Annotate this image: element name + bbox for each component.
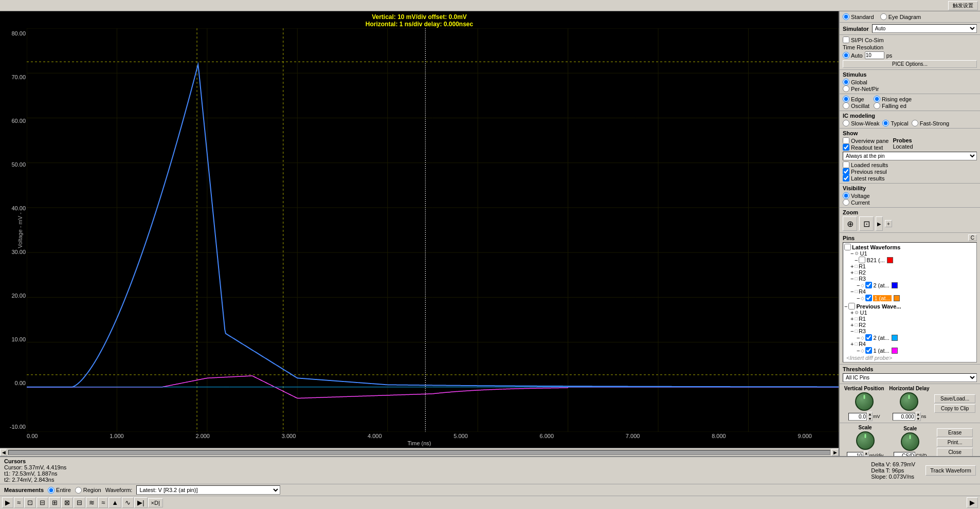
tb-btn-11[interactable]: ∿ [122,497,134,508]
falling-radio-label[interactable]: Falling ed [874,102,912,109]
b21-checkbox[interactable] [859,257,865,263]
previous-checkbox-label[interactable]: Previous resul [843,168,977,175]
hd-up-btn[interactable]: ▲ [916,412,921,416]
sipi-checkbox-label[interactable]: SI/PI Co-Sim [843,37,977,43]
tb-btn-10[interactable]: ▲ [108,497,121,508]
horizontal-delay-knob[interactable] [900,392,918,411]
per-net-radio[interactable] [843,85,849,92]
loaded-checkbox[interactable] [843,161,849,168]
horizontal-delay-input[interactable] [893,413,915,421]
thresholds-select[interactable]: All IC Pins [843,373,977,382]
close-btn[interactable]: Close [937,448,973,456]
auto-radio-label[interactable]: Auto [843,52,863,59]
save-load-btn[interactable]: Save/Load... [934,394,975,403]
global-radio[interactable] [843,79,849,85]
zoom-arrow-btn[interactable]: ▶ [876,216,883,231]
vertical-position-knob[interactable] [855,392,874,411]
scroll-left-btn[interactable]: ◀ [0,449,7,456]
overview-pane-checkbox[interactable] [843,137,849,144]
vertical-position-input[interactable] [848,413,867,421]
tb-btn-3[interactable]: ⊡ [24,497,36,508]
scale-h-input[interactable] [894,452,915,457]
tb-btn-7[interactable]: ⊟ [74,497,85,508]
r3-2-checkbox[interactable] [865,282,872,288]
tb-btn-right[interactable]: ▶ [967,497,978,508]
scroll-right-btn[interactable]: ▶ [831,449,839,456]
insert-diff-probe[interactable]: <Insert diff probe> [844,355,975,361]
region-radio[interactable] [75,487,82,494]
time-res-value[interactable] [865,51,884,59]
current-radio[interactable] [843,199,849,206]
prev-r4-1-checkbox[interactable] [865,347,872,354]
edge-radio-label[interactable]: Edge [843,96,869,102]
eye-diagram-radio-label[interactable]: Eye Diagram [880,13,921,20]
region-radio-label[interactable]: Region [75,487,101,494]
per-net-radio-label[interactable]: Per-Net/Pir [843,85,977,92]
entire-radio[interactable] [48,487,55,494]
prev-waveforms-checkbox[interactable] [848,303,855,310]
print-btn[interactable]: Print... [937,438,973,447]
current-radio-label[interactable]: Current [843,199,977,206]
scale-h-knob[interactable] [901,432,919,451]
global-radio-label[interactable]: Global [843,79,977,85]
h-scrollbar[interactable]: ◀ ▶ [0,448,839,456]
scope-canvas[interactable] [27,28,839,432]
r4-1-checkbox[interactable] [865,295,872,301]
voltage-radio-label[interactable]: Voltage [843,192,977,199]
tb-btn-9[interactable]: ≈ [98,497,108,508]
hd-down-btn[interactable]: ▼ [916,416,921,421]
waveform-select[interactable]: Latest: V [R3.2 (at pin)] [136,485,280,495]
located-select[interactable]: Always at the pin [843,152,977,160]
oscillat-radio-label[interactable]: Oscillat [843,102,869,109]
typical-radio-label[interactable]: Typical [882,120,908,126]
vp-up-btn[interactable]: ▲ [867,412,873,416]
pice-options-btn[interactable]: PICE Options... [843,60,977,68]
tb-btn-xd[interactable]: ×D| [148,498,163,507]
eye-diagram-radio[interactable] [880,13,887,20]
tb-btn-4[interactable]: ⊟ [37,497,48,508]
auto-radio[interactable] [843,52,849,59]
standard-radio[interactable] [843,13,849,20]
tb-btn-8[interactable]: ≋ [86,497,98,508]
rising-radio-label[interactable]: Rising edge [874,96,912,102]
pins-tree[interactable]: Latest Waveforms − ⚙ U1 − B21 (... [843,242,977,362]
sipi-checkbox[interactable] [843,37,849,43]
typical-radio[interactable] [882,120,889,126]
copy-clip-btn[interactable]: Copy to Clip [934,404,975,413]
erase-btn[interactable]: Erase [937,428,973,437]
simulator-select[interactable]: Auto [872,24,977,33]
vp-down-btn[interactable]: ▼ [867,416,873,421]
overview-pane-checkbox-label[interactable]: Overview pane [843,137,888,144]
slow-weak-radio-label[interactable]: Slow-Weak [843,120,879,126]
track-waveform-btn[interactable]: Track Waveform [925,465,976,476]
tb-btn-5[interactable]: ⊞ [49,497,61,508]
scroll-thumb[interactable] [8,450,830,455]
fast-strong-radio[interactable] [912,120,918,126]
readout-checkbox[interactable] [843,144,849,151]
edge-radio[interactable] [843,96,849,102]
previous-checkbox[interactable] [843,168,849,175]
zoom-rect-btn[interactable]: ⊡ [859,216,874,231]
prev-r3-2-checkbox[interactable] [865,334,872,341]
tb-btn-6[interactable]: ⊠ [61,497,73,508]
loaded-checkbox-label[interactable]: Loaded results [843,161,977,168]
standard-radio-label[interactable]: Standard [843,13,874,20]
sv-up-btn[interactable]: ▲ [864,451,869,456]
tb-btn-2[interactable]: ≈ [14,497,24,508]
zoom-expand-btn[interactable]: + [885,220,892,227]
entire-radio-label[interactable]: Entire [48,487,71,494]
voltage-radio[interactable] [843,192,849,199]
latest-checkbox-label[interactable]: Latest results [843,175,977,181]
tb-btn-1[interactable]: ▶ [2,497,13,508]
trigger-settings-button[interactable]: 触发设置 [948,1,978,10]
slow-weak-radio[interactable] [843,120,849,126]
pins-c-btn[interactable]: C [968,234,977,241]
zoom-in-btn[interactable]: ⊕ [843,216,857,231]
rising-radio[interactable] [874,96,880,102]
tb-btn-12[interactable]: ▶| [134,497,147,508]
oscillat-radio[interactable] [843,102,849,109]
scale-v-input[interactable] [847,452,863,457]
readout-checkbox-label[interactable]: Readout text [843,144,888,151]
latest-checkbox[interactable] [843,175,849,181]
falling-radio[interactable] [874,102,880,109]
